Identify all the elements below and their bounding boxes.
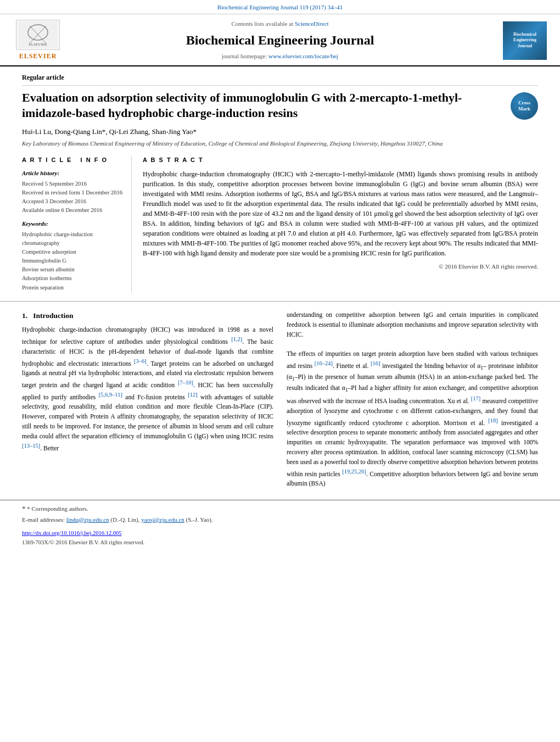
- article-history-block: Article history: Received 5 September 20…: [22, 169, 124, 215]
- keywords-block: Keywords: Hydrophobic charge-inductionch…: [22, 220, 124, 291]
- elsevier-image: ELSEVIER: [16, 20, 60, 50]
- article-info-column: A R T I C L E I N F O Article history: R…: [22, 156, 132, 292]
- keyword-5: Adsorption isotherms: [22, 274, 124, 282]
- section-divider: [0, 301, 560, 302]
- keywords-title: Keywords:: [22, 220, 124, 228]
- email-link-2[interactable]: yaosj@zju.edu.cn: [141, 516, 184, 523]
- authors-line: Hui-Li Lu, Dong-Qiang Lin*, Qi-Lei Zhang…: [22, 127, 538, 137]
- revised-date: Received in revised form 1 December 2016: [22, 188, 124, 197]
- body-content: 1. Introduction Hydrophobic charge-induc…: [0, 310, 560, 500]
- science-direct-link[interactable]: ScienceDirect: [295, 20, 329, 27]
- journal-logo-block: Biochemical Engineering Journal: [497, 21, 547, 60]
- body-right-column: understanding on competitive adsorption …: [287, 310, 538, 489]
- article-history-title: Article history:: [22, 169, 124, 178]
- svg-text:ELSEVIER: ELSEVIER: [29, 42, 47, 47]
- article-info-label: A R T I C L E I N F O: [22, 156, 124, 165]
- keyword-4: Bovine serum albumin: [22, 265, 124, 274]
- keyword-2: Competitive adsorption: [22, 248, 124, 256]
- journal-header: ELSEVIER ELSEVIER Contents lists availab…: [0, 14, 560, 66]
- abstract-label: A B S T R A C T: [143, 156, 538, 165]
- journal-citation: Biochemical Engineering Journal 119 (201…: [217, 4, 343, 10]
- copyright-line: © 2016 Elsevier B.V. All rights reserved…: [143, 263, 538, 271]
- accepted-date: Accepted 3 December 2016: [22, 197, 124, 205]
- email-link-1[interactable]: lindq@zju.edu.cn: [66, 516, 109, 523]
- journal-citation-bar: Biochemical Engineering Journal 119 (201…: [0, 0, 560, 14]
- issn-line: 1369-703X/© 2016 Elsevier B.V. All right…: [0, 538, 560, 546]
- footnote-area: * * Corresponding authors. E-mail addres…: [0, 500, 560, 525]
- body-left-column: 1. Introduction Hydrophobic charge-induc…: [22, 310, 273, 489]
- received-date: Received 5 September 2016: [22, 180, 124, 188]
- introduction-title: 1. Introduction: [22, 310, 273, 321]
- article-info-abstract: A R T I C L E I N F O Article history: R…: [22, 156, 538, 292]
- journal-center-block: Contents lists available at ScienceDirec…: [63, 20, 497, 61]
- article-type-label: Regular article: [22, 73, 538, 85]
- doi-link[interactable]: http://dx.doi.org/10.1016/j.bej.2016.12.…: [22, 530, 122, 536]
- abstract-column: A B S T R A C T Hydrophobic charge-induc…: [143, 156, 538, 292]
- footnote-star: * * Corresponding authors.: [22, 504, 538, 514]
- crossmark-logo: CrossMark: [511, 92, 538, 120]
- homepage-line: journal homepage: www.elsevier.com/locat…: [71, 52, 489, 61]
- keyword-1: Hydrophobic charge-inductionchromatograp…: [22, 230, 124, 247]
- elsevier-logo-block: ELSEVIER ELSEVIER: [13, 20, 63, 61]
- available-date: Available online 6 December 2016: [22, 206, 124, 214]
- keyword-6: Protein separation: [22, 283, 124, 292]
- footnote-email: E-mail addresses: lindq@zju.edu.cn (D.-Q…: [22, 516, 538, 525]
- homepage-link[interactable]: www.elsevier.com/locate/bej: [268, 53, 338, 59]
- affiliation-line: Key Laboratory of Biomass Chemical Engin…: [22, 140, 538, 148]
- keyword-3: Immunoglobulin G: [22, 256, 124, 265]
- doi-line: http://dx.doi.org/10.1016/j.bej.2016.12.…: [0, 529, 560, 537]
- article-title: Evaluation on adsorption selectivity of …: [22, 90, 511, 121]
- article-title-row: Evaluation on adsorption selectivity of …: [22, 90, 538, 121]
- science-direct-line: Contents lists available at ScienceDirec…: [71, 20, 489, 29]
- journal-logo-image: Biochemical Engineering Journal: [503, 21, 547, 60]
- elsevier-label: ELSEVIER: [19, 52, 57, 61]
- journal-name: Biochemical Engineering Journal: [71, 31, 489, 50]
- introduction-paragraph1: Hydrophobic charge-induction chromatogra…: [22, 325, 273, 453]
- introduction-paragraph2: understanding on competitive adsorption …: [287, 310, 538, 489]
- article-content: Regular article Evaluation on adsorption…: [0, 66, 560, 292]
- abstract-text: Hydrophobic charge-induction chromatogra…: [143, 169, 538, 258]
